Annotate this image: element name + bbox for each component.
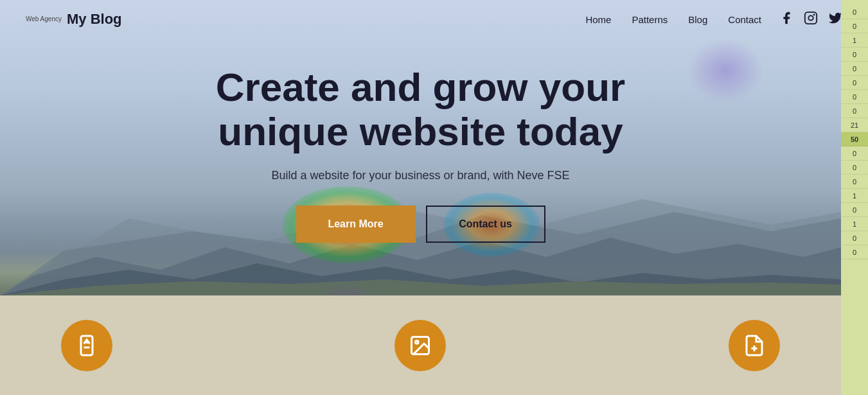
sidebar-row-12: 0: [841, 175, 868, 189]
sidebar-row-4: 0: [841, 62, 868, 76]
learn-more-button[interactable]: Learn More: [296, 206, 416, 243]
features-section: [0, 295, 841, 395]
sidebar-row-9: 50: [841, 132, 868, 146]
social-icons: [779, 11, 842, 28]
instagram-icon[interactable]: [804, 11, 818, 28]
sidebar-row-14: 0: [841, 203, 868, 217]
sidebar-row-2: 1: [841, 33, 868, 48]
sidebar-row-7: 0: [841, 104, 868, 118]
twitter-icon[interactable]: [828, 11, 842, 28]
svg-point-2: [813, 13, 815, 15]
facebook-icon[interactable]: [779, 11, 793, 28]
nav-contact[interactable]: Contact: [728, 14, 761, 25]
svg-point-1: [808, 15, 813, 20]
sidebar-row-1: 0: [841, 19, 868, 33]
svg-point-12: [416, 340, 419, 344]
hero-section: Create and grow your unique website toda…: [0, 0, 841, 295]
hero-buttons: Learn More Contact us: [296, 206, 545, 243]
main-nav: Home Patterns Blog Contact: [585, 14, 761, 25]
sidebar-row-0: 0: [841, 5, 868, 19]
brand-agency-label: Web Agency: [26, 15, 62, 23]
nav-patterns[interactable]: Patterns: [632, 14, 668, 25]
sidebar-row-10: 0: [841, 146, 868, 161]
sidebar-row-8: 21: [841, 118, 868, 132]
brand-name[interactable]: My Blog: [67, 11, 122, 28]
feature-icon-2: [394, 320, 446, 371]
sidebar-row-17: 0: [841, 245, 868, 259]
contact-us-button[interactable]: Contact us: [426, 206, 545, 243]
nav-blog[interactable]: Blog: [688, 14, 707, 25]
sidebar-row-11: 0: [841, 161, 868, 175]
feature-icon-3: [729, 320, 780, 371]
svg-rect-0: [805, 12, 817, 23]
hero-content: Create and grow your unique website toda…: [0, 0, 841, 295]
header: Web Agency My Blog Home Patterns Blog Co…: [0, 0, 868, 39]
nav-home[interactable]: Home: [585, 14, 611, 25]
sidebar-row-16: 0: [841, 231, 868, 245]
sidebar-row-3: 0: [841, 48, 868, 62]
sidebar-row-13: 1: [841, 189, 868, 203]
right-sidebar: 0 0 1 0 0 0 0 0 21 50 0 0 0 1 0 1 0 0: [841, 0, 868, 395]
hero-subtitle: Build a website for your business or bra…: [271, 169, 569, 182]
sidebar-row-5: 0: [841, 76, 868, 90]
sidebar-row-6: 0: [841, 90, 868, 104]
hero-title: Create and grow your unique website toda…: [196, 66, 646, 153]
sidebar-row-15: 1: [841, 217, 868, 231]
feature-icon-1: [61, 320, 112, 371]
